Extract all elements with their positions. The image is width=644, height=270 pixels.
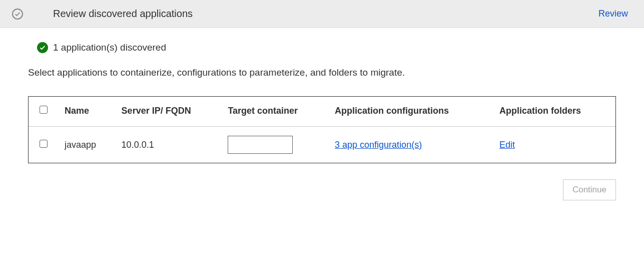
column-select-all [29,97,59,127]
cell-server: 10.0.0.1 [116,127,222,163]
success-check-icon [37,42,48,53]
page-title: Review discovered applications [53,8,193,20]
table-header-row: Name Server IP/ FQDN Target container Ap… [29,97,615,127]
target-container-input[interactable] [228,136,293,154]
header-left: Review discovered applications [12,8,193,20]
column-target: Target container [222,97,329,127]
edit-folders-link[interactable]: Edit [499,140,515,150]
applications-table: Name Server IP/ FQDN Target container Ap… [29,97,615,163]
app-configurations-link[interactable]: 3 app configuration(s) [335,139,422,151]
footer: Continue [28,179,616,200]
status-text: 1 application(s) discovered [53,42,166,53]
cell-folders: Edit [493,127,615,163]
main-content: 1 application(s) discovered Select appli… [0,28,644,212]
review-link[interactable]: Review [598,9,628,19]
column-configs: Application configurations [329,97,493,127]
cell-target [222,127,329,163]
table-row: javaapp 10.0.0.1 3 app configuration(s) … [29,127,615,163]
cell-configs: 3 app configuration(s) [329,127,493,163]
column-folders: Application folders [493,97,615,127]
column-name: Name [59,97,116,127]
row-checkbox[interactable] [40,140,48,148]
cell-name: javaapp [59,127,116,163]
column-server: Server IP/ FQDN [116,97,222,127]
continue-button[interactable]: Continue [563,179,616,200]
step-header: Review discovered applications Review [0,0,644,28]
discovery-status: 1 application(s) discovered [37,42,616,53]
step-check-icon [12,9,23,20]
description-text: Select applications to containerize, con… [28,67,616,78]
select-all-checkbox[interactable] [40,106,48,114]
applications-table-wrapper: Name Server IP/ FQDN Target container Ap… [28,96,616,163]
